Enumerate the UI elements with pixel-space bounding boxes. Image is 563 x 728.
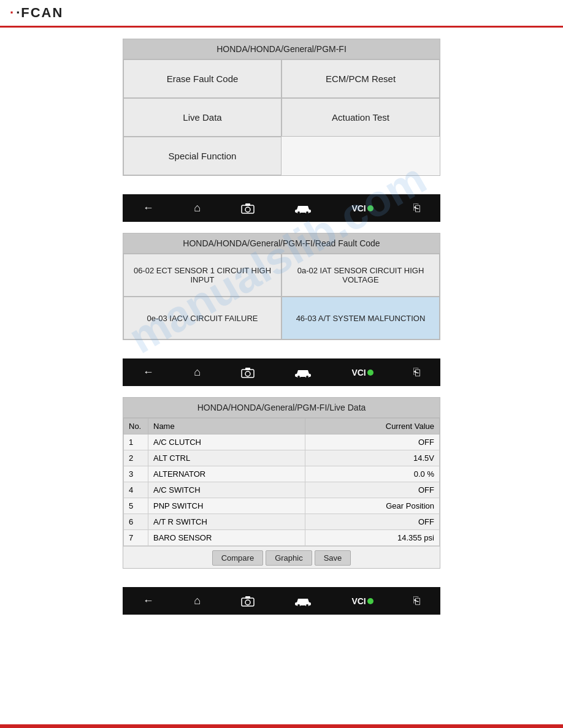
cell-value: OFF xyxy=(305,482,439,498)
home-button-3[interactable]: ⌂ xyxy=(188,592,207,610)
actuation-test-button[interactable]: Actuation Test xyxy=(282,98,440,137)
ecm-pcm-reset-button[interactable]: ECM/PCM Reset xyxy=(282,59,440,98)
fault-code-3[interactable]: 0e-03 IACV CIRCUIT FAILURE xyxy=(123,297,282,339)
cell-no: 2 xyxy=(124,450,148,466)
vci-button-1[interactable]: VCI xyxy=(345,201,379,216)
car-button-3[interactable] xyxy=(288,594,318,609)
svg-point-11 xyxy=(305,375,308,377)
fault-grid: 06-02 ECT SENSOR 1 CIRCUIT HIGH INPUT 0a… xyxy=(123,254,440,339)
panel2-title: HONDA/HONDA/General/PGM-FI/Read Fault Co… xyxy=(123,233,440,254)
svg-point-7 xyxy=(245,371,250,376)
table-row: 6 A/T R SWITCH OFF xyxy=(124,514,440,530)
back-button-1[interactable]: ← xyxy=(137,199,160,217)
cell-value: Gear Position xyxy=(305,498,439,514)
svg-rect-14 xyxy=(245,596,250,599)
main-menu-panel: HONDA/HONDA/General/PGM-FI Erase Fault C… xyxy=(123,39,440,176)
vci-button-3[interactable]: VCI xyxy=(345,594,379,609)
logo: ··FCAN xyxy=(10,5,63,21)
panel3-title: HONDA/HONDA/General/PGM-FI/Live Data xyxy=(123,398,440,418)
svg-point-4 xyxy=(297,211,300,213)
col-value: Current Value xyxy=(305,419,439,434)
svg-point-16 xyxy=(297,604,300,606)
settings-button-3[interactable]: ⎗ xyxy=(407,592,426,610)
home-button-2[interactable]: ⌂ xyxy=(188,363,207,381)
camera-button-1[interactable] xyxy=(235,200,261,216)
toolbar1: ← ⌂ VCI ⎗ xyxy=(123,194,440,222)
home-button-1[interactable]: ⌂ xyxy=(188,199,207,217)
cell-no: 7 xyxy=(124,530,148,546)
cell-value: 14.5V xyxy=(305,450,439,466)
cell-name: A/C SWITCH xyxy=(148,482,305,498)
svg-rect-2 xyxy=(245,203,250,206)
cell-value: 0.0 % xyxy=(305,466,439,482)
car-button-1[interactable] xyxy=(288,201,318,216)
cell-value: 14.355 psi xyxy=(305,530,439,546)
car-button-2[interactable] xyxy=(288,365,318,380)
cell-name: ALT CTRL xyxy=(148,450,305,466)
svg-point-13 xyxy=(245,600,250,605)
table-row: 2 ALT CTRL 14.5V xyxy=(124,450,440,466)
cell-name: A/T R SWITCH xyxy=(148,514,305,530)
settings-button-2[interactable]: ⎗ xyxy=(407,363,426,381)
cell-value: OFF xyxy=(305,514,439,530)
svg-point-10 xyxy=(297,375,300,377)
live-data-table: No. Name Current Value 1 A/C CLUTCH OFF … xyxy=(123,418,440,546)
cell-no: 3 xyxy=(124,466,148,482)
col-name: Name xyxy=(148,419,305,434)
back-button-2[interactable]: ← xyxy=(137,363,160,381)
cell-name: PNP SWITCH xyxy=(148,498,305,514)
cell-no: 5 xyxy=(124,498,148,514)
col-no: No. xyxy=(124,419,148,434)
vci-button-2[interactable]: VCI xyxy=(345,365,379,380)
save-button[interactable]: Save xyxy=(315,550,351,566)
toolbar2: ← ⌂ VCI ⎗ xyxy=(123,358,440,386)
svg-point-5 xyxy=(305,211,308,213)
svg-point-17 xyxy=(305,604,308,606)
cell-no: 6 xyxy=(124,514,148,530)
cell-name: ALTERNATOR xyxy=(148,466,305,482)
cell-name: A/C CLUTCH xyxy=(148,434,305,450)
panel1-grid: Erase Fault Code ECM/PCM Reset Live Data… xyxy=(123,59,440,175)
fault-code-panel: HONDA/HONDA/General/PGM-FI/Read Fault Co… xyxy=(123,233,440,340)
table-row: 3 ALTERNATOR 0.0 % xyxy=(124,466,440,482)
fault-code-1[interactable]: 06-02 ECT SENSOR 1 CIRCUIT HIGH INPUT xyxy=(123,254,282,297)
fault-code-2[interactable]: 0a-02 IAT SENSOR CIRCUIT HIGH VOLTAGE xyxy=(282,254,440,297)
cell-name: BARO SENSOR xyxy=(148,530,305,546)
compare-button[interactable]: Compare xyxy=(212,550,263,566)
cell-value: OFF xyxy=(305,434,439,450)
header: ··FCAN xyxy=(0,0,563,28)
live-data-button[interactable]: Live Data xyxy=(123,98,282,137)
table-row: 5 PNP SWITCH Gear Position xyxy=(124,498,440,514)
live-data-panel: HONDA/HONDA/General/PGM-FI/Live Data No.… xyxy=(123,397,440,569)
toolbar3: ← ⌂ VCI ⎗ xyxy=(123,587,440,615)
table-row: 1 A/C CLUTCH OFF xyxy=(124,434,440,450)
settings-button-1[interactable]: ⎗ xyxy=(407,199,426,217)
graphic-button[interactable]: Graphic xyxy=(266,550,312,566)
bottom-bar xyxy=(0,724,563,728)
cell-no: 1 xyxy=(124,434,148,450)
camera-button-2[interactable] xyxy=(235,365,261,381)
special-function-button[interactable]: Special Function xyxy=(123,137,282,175)
back-button-3[interactable]: ← xyxy=(137,592,160,610)
table-row: 4 A/C SWITCH OFF xyxy=(124,482,440,498)
panel1-title: HONDA/HONDA/General/PGM-FI xyxy=(123,39,440,59)
svg-rect-8 xyxy=(245,368,250,370)
svg-point-1 xyxy=(245,207,250,212)
fault-code-4[interactable]: 46-03 A/T SYSTEM MALFUNCTION xyxy=(282,297,440,339)
camera-button-3[interactable] xyxy=(235,593,261,609)
live-data-footer: Compare Graphic Save xyxy=(123,546,440,568)
cell-no: 4 xyxy=(124,482,148,498)
table-row: 7 BARO SENSOR 14.355 psi xyxy=(124,530,440,546)
erase-fault-code-button[interactable]: Erase Fault Code xyxy=(123,59,282,98)
